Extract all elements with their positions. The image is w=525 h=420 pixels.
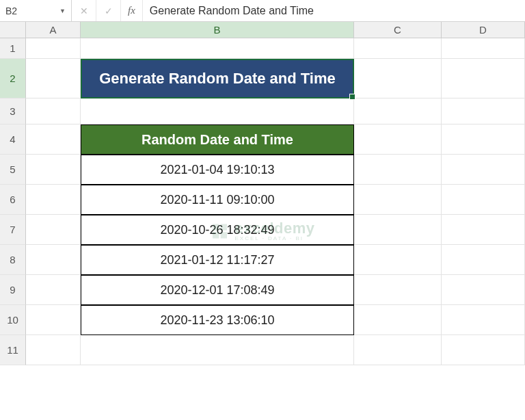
table-row: Random Date and Time <box>26 124 525 155</box>
cell-C8[interactable] <box>354 245 442 275</box>
formula-bar-buttons: ✕ ✓ fx <box>72 0 143 21</box>
cell-D8[interactable] <box>442 245 525 275</box>
enter-icon: ✓ <box>96 0 121 21</box>
cell-A5[interactable] <box>26 155 81 185</box>
cell-A10[interactable] <box>26 305 81 335</box>
formula-bar: B2 ▼ ✕ ✓ fx <box>0 0 525 22</box>
cell-B5[interactable]: 2021-01-04 19:10:13 <box>81 155 354 185</box>
row-header-6[interactable]: 6 <box>0 185 26 215</box>
row-header-3[interactable]: 3 <box>0 99 26 124</box>
cell-B9[interactable]: 2020-12-01 17:08:49 <box>81 275 354 305</box>
table-row: 2020-11-11 09:10:00 <box>26 185 525 215</box>
cell-B6[interactable]: 2020-11-11 09:10:00 <box>81 185 354 215</box>
cell-B2-title[interactable]: Generate Random Date and Time <box>81 59 354 99</box>
cell-C1[interactable] <box>354 38 442 59</box>
cell-B10[interactable]: 2020-11-23 13:06:10 <box>81 305 354 335</box>
grid-body: 1 2 3 4 5 6 7 8 9 10 11 Generate Random … <box>0 38 525 365</box>
table-row <box>26 335 525 365</box>
col-header-A[interactable]: A <box>26 22 81 38</box>
col-header-B[interactable]: B <box>81 22 354 38</box>
cell-B4-header[interactable]: Random Date and Time <box>81 124 354 155</box>
cell-A8[interactable] <box>26 245 81 275</box>
cell-C11[interactable] <box>354 335 442 365</box>
chevron-down-icon[interactable]: ▼ <box>59 8 66 14</box>
cancel-icon: ✕ <box>72 0 96 21</box>
cell-C2[interactable] <box>354 59 442 99</box>
cell-D5[interactable] <box>442 155 525 185</box>
row-header-11[interactable]: 11 <box>0 335 26 365</box>
row-headers: 1 2 3 4 5 6 7 8 9 10 11 <box>0 38 26 365</box>
col-header-D[interactable]: D <box>442 22 525 38</box>
cell-D10[interactable] <box>442 305 525 335</box>
cell-D2[interactable] <box>442 59 525 99</box>
cell-A7[interactable] <box>26 215 81 245</box>
row-header-10[interactable]: 10 <box>0 305 26 335</box>
cell-B3[interactable] <box>81 99 354 124</box>
cell-C5[interactable] <box>354 155 442 185</box>
cell-D9[interactable] <box>442 275 525 305</box>
cell-C4[interactable] <box>354 124 442 155</box>
row-header-8[interactable]: 8 <box>0 245 26 275</box>
table-row <box>26 38 525 59</box>
row-header-1[interactable]: 1 <box>0 38 26 59</box>
table-row: 2021-01-12 11:17:27 <box>26 245 525 275</box>
select-all-corner[interactable] <box>0 22 26 38</box>
name-box-value: B2 <box>5 5 59 16</box>
row-header-2[interactable]: 2 <box>0 59 26 99</box>
cell-B8[interactable]: 2021-01-12 11:17:27 <box>81 245 354 275</box>
cell-D3[interactable] <box>442 99 525 124</box>
cell-D11[interactable] <box>442 335 525 365</box>
table-row: 2020-11-23 13:06:10 <box>26 305 525 335</box>
cell-C10[interactable] <box>354 305 442 335</box>
column-headers: A B C D <box>0 22 525 38</box>
name-box[interactable]: B2 ▼ <box>0 0 72 21</box>
cell-C7[interactable] <box>354 215 442 245</box>
cell-A6[interactable] <box>26 185 81 215</box>
cell-B7[interactable]: 2020-10-26 18:32:49 <box>81 215 354 245</box>
cell-A4[interactable] <box>26 124 81 155</box>
table-row: 2020-10-26 18:32:49 <box>26 215 525 245</box>
cell-D1[interactable] <box>442 38 525 59</box>
cell-B1[interactable] <box>81 38 354 59</box>
row-header-9[interactable]: 9 <box>0 275 26 305</box>
cell-C9[interactable] <box>354 275 442 305</box>
cell-B11[interactable] <box>81 335 354 365</box>
cell-A1[interactable] <box>26 38 81 59</box>
cell-A2[interactable] <box>26 59 81 99</box>
table-row: 2020-12-01 17:08:49 <box>26 275 525 305</box>
cell-C3[interactable] <box>354 99 442 124</box>
cell-D4[interactable] <box>442 124 525 155</box>
fx-icon[interactable]: fx <box>121 0 143 21</box>
row-header-7[interactable]: 7 <box>0 215 26 245</box>
table-row: Generate Random Date and Time <box>26 59 525 99</box>
cells-area: Generate Random Date and Time Random Dat… <box>26 38 525 365</box>
cell-A9[interactable] <box>26 275 81 305</box>
col-header-C[interactable]: C <box>354 22 442 38</box>
cell-A3[interactable] <box>26 99 81 124</box>
cell-C6[interactable] <box>354 185 442 215</box>
row-header-5[interactable]: 5 <box>0 155 26 185</box>
formula-input[interactable] <box>143 0 525 21</box>
row-header-4[interactable]: 4 <box>0 124 26 155</box>
table-row: 2021-01-04 19:10:13 <box>26 155 525 185</box>
cell-A11[interactable] <box>26 335 81 365</box>
cell-D6[interactable] <box>442 185 525 215</box>
cell-D7[interactable] <box>442 215 525 245</box>
table-row <box>26 99 525 124</box>
